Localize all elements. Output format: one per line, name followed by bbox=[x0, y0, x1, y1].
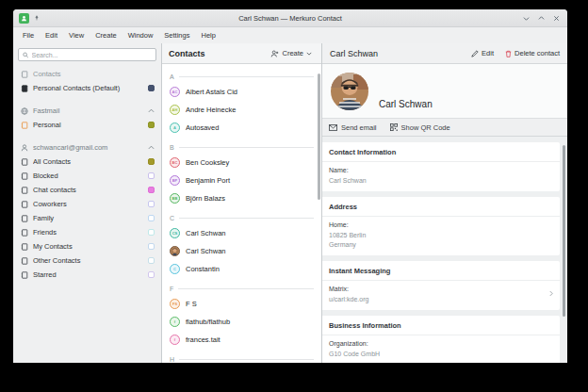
section-letter: H bbox=[170, 356, 174, 363]
collection-checkbox[interactable] bbox=[148, 229, 155, 236]
edit-button[interactable]: Edit bbox=[471, 49, 494, 57]
contact-list-item[interactable]: BB Björn Balazs bbox=[162, 189, 321, 207]
delete-contact-button[interactable]: Delete contact bbox=[505, 49, 560, 57]
sidebar-item-other-contacts[interactable]: Other Contacts bbox=[13, 253, 161, 268]
contact-list-item[interactable]: A Autosaved bbox=[162, 119, 321, 137]
avatar-photo bbox=[170, 246, 180, 256]
create-button[interactable]: Create bbox=[268, 47, 315, 59]
contact-list-item[interactable]: AH Andre Heinecke bbox=[162, 101, 321, 119]
avatar: AC bbox=[170, 87, 180, 97]
contact-list-item[interactable]: BC Ben Cooksley bbox=[162, 154, 321, 172]
section-header: A bbox=[162, 71, 321, 83]
menu-edit[interactable]: Edit bbox=[40, 29, 63, 41]
collection-checkbox[interactable] bbox=[148, 85, 155, 91]
collection-checkbox[interactable] bbox=[148, 271, 155, 278]
contact-name: frances.tait bbox=[186, 335, 220, 344]
address-book-icon bbox=[21, 122, 28, 129]
sidebar-item-coworkers[interactable]: Coworkers bbox=[13, 197, 161, 211]
sidebar-item-personal-contacts-default[interactable]: Personal Contacts (Default) bbox=[13, 81, 161, 95]
sidebar-item-family[interactable]: Family bbox=[13, 211, 161, 225]
panel-title: Contacts bbox=[169, 49, 268, 58]
contact-list-item[interactable]: C Constantin bbox=[162, 260, 321, 278]
contact-list-item[interactable]: f frances.tait bbox=[162, 331, 321, 349]
list-scrollbar[interactable] bbox=[318, 74, 320, 200]
minimize-icon[interactable] bbox=[523, 15, 530, 22]
contact-photo-image bbox=[331, 73, 368, 110]
sidebar-group-fastmail[interactable]: Fastmail bbox=[13, 104, 161, 118]
sidebar-group-gmail[interactable]: schwancarl@gmail.com bbox=[13, 140, 161, 155]
contact-list-item[interactable]: AC Albert Astals Cid bbox=[162, 83, 321, 101]
menu-settings[interactable]: Settings bbox=[158, 29, 195, 41]
contact-name: Carl Schwan bbox=[186, 229, 226, 237]
menu-window[interactable]: Window bbox=[122, 29, 159, 41]
search-input[interactable] bbox=[32, 52, 152, 58]
collection-checkbox[interactable] bbox=[148, 201, 155, 207]
sidebar-item-label: Blocked bbox=[33, 172, 143, 180]
chevron-up-icon[interactable] bbox=[148, 108, 155, 113]
maximize-icon[interactable] bbox=[538, 15, 545, 22]
sidebar-item-personal[interactable]: Personal bbox=[13, 118, 161, 132]
edit-label: Edit bbox=[482, 49, 494, 57]
contact-actions: Send email Show QR Code bbox=[322, 118, 567, 137]
field-label: Matrix: bbox=[329, 286, 553, 292]
contact-detail-panel: Carl Schwan Edit Delete contact bbox=[322, 43, 567, 363]
field-matrix[interactable]: Matrix: u/carl:kde.org bbox=[322, 281, 560, 304]
collection-checkbox[interactable] bbox=[148, 187, 155, 193]
contact-name: F S bbox=[186, 300, 197, 308]
contact-list-item[interactable]: CS Carl Schwan bbox=[162, 224, 321, 242]
card-instant-messaging: Instant Messaging Matrix: u/carl:kde.org bbox=[322, 261, 560, 310]
pin-icon[interactable] bbox=[34, 15, 40, 22]
collection-checkbox[interactable] bbox=[148, 172, 155, 179]
send-email-button[interactable]: Send email bbox=[329, 123, 377, 132]
contact-list-item[interactable]: FS F S bbox=[162, 295, 321, 313]
sidebar-item-label: Contacts bbox=[33, 70, 155, 78]
app-icon bbox=[19, 13, 29, 24]
avatar: f bbox=[170, 335, 180, 345]
sidebar-item-friends[interactable]: Friends bbox=[13, 225, 161, 239]
envelope-icon bbox=[329, 124, 337, 131]
sidebar-contacts-header[interactable]: Contacts bbox=[13, 67, 161, 81]
chevron-right-icon bbox=[549, 290, 553, 297]
contact-list-item[interactable]: f flathub/flathub bbox=[162, 313, 321, 331]
section-letter: A bbox=[170, 74, 174, 80]
detail-header: Carl Schwan Edit Delete contact bbox=[322, 43, 567, 64]
show-qr-button[interactable]: Show QR Code bbox=[390, 123, 450, 132]
section-letter: C bbox=[170, 215, 174, 221]
card-address: Address Home: 10825 Berlin Germany bbox=[322, 197, 560, 255]
sidebar-item-label: Chat contacts bbox=[33, 186, 143, 194]
sidebar-item-blocked[interactable]: Blocked bbox=[13, 169, 161, 183]
contact-list-item[interactable]: BP Benjamin Port bbox=[162, 172, 321, 189]
collection-checkbox[interactable] bbox=[148, 158, 155, 165]
collection-checkbox[interactable] bbox=[148, 257, 155, 264]
address-book-icon bbox=[21, 71, 28, 78]
chevron-up-icon[interactable] bbox=[148, 145, 155, 150]
menu-help[interactable]: Help bbox=[195, 29, 220, 41]
contact-list-item[interactable]: Carl Schwan bbox=[162, 242, 321, 260]
menu-view[interactable]: View bbox=[63, 29, 90, 41]
card-title: Business Information bbox=[322, 320, 560, 335]
avatar: BP bbox=[170, 175, 180, 186]
card-title: Contact Information bbox=[322, 147, 560, 162]
sidebar-item-label: Friends bbox=[33, 228, 143, 237]
sidebar-item-my-contacts[interactable]: My Contacts bbox=[13, 239, 161, 253]
search-box[interactable] bbox=[18, 48, 156, 61]
collection-checkbox[interactable] bbox=[148, 122, 155, 128]
sidebar-item-starred[interactable]: Starred bbox=[13, 268, 161, 282]
sidebar-item-label: Personal bbox=[33, 121, 143, 129]
menu-create[interactable]: Create bbox=[90, 29, 122, 41]
sidebar-item-chat-contacts[interactable]: Chat contacts bbox=[13, 183, 161, 197]
detail-scrollbar[interactable] bbox=[563, 145, 565, 317]
menu-file[interactable]: File bbox=[17, 29, 40, 41]
close-icon[interactable] bbox=[553, 15, 560, 22]
sidebar-item-all-contacts[interactable]: All Contacts bbox=[13, 155, 161, 169]
detail-body: Contact Information Name: Carl Schwan Ad… bbox=[322, 137, 567, 363]
field-name: Name: Carl Schwan bbox=[322, 162, 560, 186]
collection-checkbox[interactable] bbox=[148, 215, 155, 221]
field-value: u/carl:kde.org bbox=[329, 295, 553, 304]
contact-name: Benjamin Port bbox=[186, 176, 230, 185]
contact-name: Autosaved bbox=[186, 123, 219, 132]
section-header: F bbox=[162, 283, 321, 295]
contacts-list-header: Contacts Create bbox=[162, 43, 321, 64]
field-value: Germany bbox=[329, 240, 553, 250]
collection-checkbox[interactable] bbox=[148, 243, 155, 250]
